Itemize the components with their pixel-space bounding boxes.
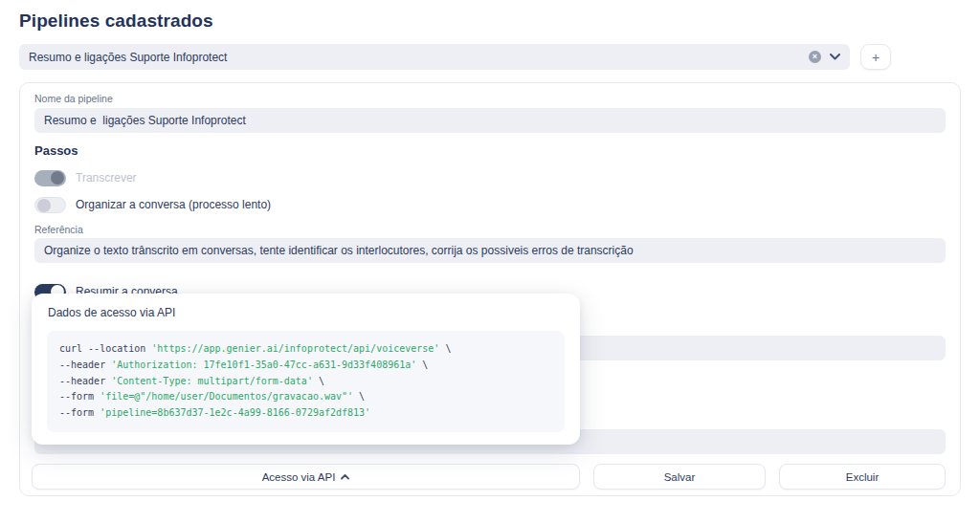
- code-line: --header 'Content-Type: multipart/form-d…: [59, 374, 552, 390]
- pipelines-screen: Pipelines cadastrados Resumo e ligações …: [0, 0, 980, 523]
- reference-label: Referência: [34, 224, 83, 235]
- select-icons: ×: [809, 51, 840, 63]
- code-line: curl --location 'https://app.genier.ai/i…: [59, 341, 552, 358]
- pipeline-name-label: Nome da pipeline: [34, 93, 113, 104]
- save-button[interactable]: Salvar: [593, 464, 766, 490]
- pipeline-name-input[interactable]: [34, 108, 946, 133]
- chevron-up-icon: [341, 474, 349, 480]
- save-button-label: Salvar: [664, 471, 696, 483]
- transcrever-toggle-label: Transcrever: [76, 171, 137, 185]
- pipeline-select-value: Resumo e ligações Suporte Infoprotect: [29, 51, 809, 64]
- api-access-popup: Dados de acesso via API curl --location …: [32, 294, 580, 445]
- api-popup-title: Dados de acesso via API: [48, 306, 175, 319]
- transcrever-toggle[interactable]: [34, 170, 66, 186]
- toggle-row-organizar[interactable]: Organizar a conversa (processo lento): [34, 196, 271, 213]
- code-line: --form 'pipeline=8b637d37-1e2c-4a99-8166…: [59, 405, 552, 422]
- organizar-toggle-label: Organizar a conversa (processo lento): [76, 198, 271, 211]
- page-title: Pipelines cadastrados: [19, 11, 213, 32]
- api-access-button[interactable]: Acesso via API: [32, 464, 580, 490]
- toggle-row-transcrever[interactable]: Transcrever: [34, 169, 137, 186]
- steps-heading: Passos: [34, 143, 78, 158]
- code-line: --form 'file=@"/home/user/Documentos/gra…: [59, 389, 552, 405]
- toggle-knob: [51, 171, 64, 185]
- delete-button[interactable]: Excluir: [779, 464, 946, 490]
- reference-input[interactable]: [34, 238, 946, 263]
- delete-button-label: Excluir: [846, 471, 880, 483]
- code-line: --header 'Authorization: 17fe10f1-35a0-4…: [59, 358, 552, 374]
- toggle-knob: [37, 199, 51, 212]
- api-access-button-label: Acesso via API: [262, 471, 336, 483]
- organizar-toggle[interactable]: [34, 197, 66, 213]
- api-curl-code-block: curl --location 'https://app.genier.ai/i…: [47, 331, 565, 432]
- pipeline-select[interactable]: Resumo e ligações Suporte Infoprotect ×: [19, 44, 850, 70]
- add-pipeline-button[interactable]: +: [860, 44, 891, 70]
- chevron-down-icon[interactable]: [830, 54, 840, 60]
- clear-selection-icon[interactable]: ×: [809, 51, 821, 63]
